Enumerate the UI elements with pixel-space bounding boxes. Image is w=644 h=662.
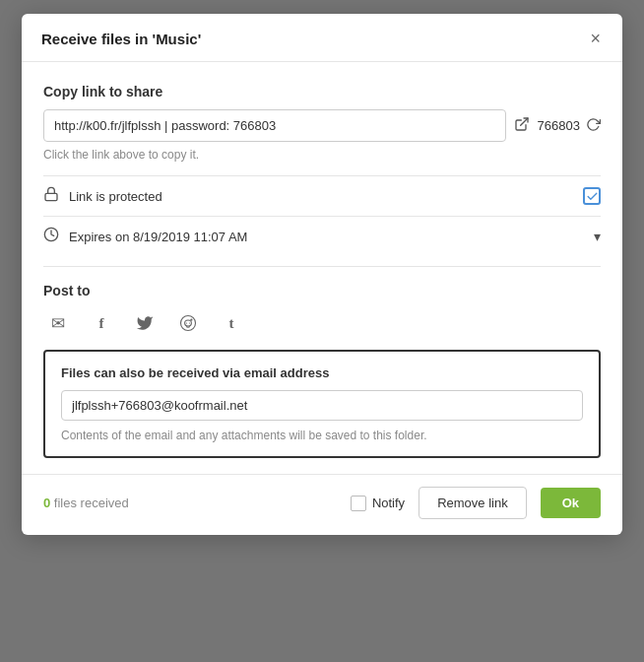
receive-files-modal: Receive files in 'Music' × Copy link to … — [22, 14, 622, 535]
twitter-icon[interactable] — [130, 308, 160, 338]
copy-link-label: Copy link to share — [43, 84, 601, 99]
expires-arrow-icon[interactable]: ▾ — [594, 229, 601, 244]
external-link-icon[interactable] — [514, 116, 530, 136]
link-row: 766803 — [43, 109, 601, 142]
modal-header: Receive files in 'Music' × — [22, 14, 622, 62]
tumblr-icon[interactable]: t — [217, 308, 246, 338]
refresh-icon[interactable] — [586, 117, 601, 135]
facebook-icon[interactable]: f — [87, 308, 116, 338]
svg-rect-1 — [45, 193, 57, 200]
email-address-input[interactable] — [61, 390, 583, 421]
svg-point-3 — [181, 316, 196, 331]
reddit-icon[interactable] — [173, 308, 203, 338]
svg-point-5 — [186, 322, 187, 323]
password-display: 766803 — [538, 117, 601, 135]
link-protected-label: Link is protected — [69, 189, 583, 204]
svg-point-4 — [190, 319, 192, 321]
divider — [43, 266, 601, 267]
ok-button[interactable]: Ok — [541, 488, 601, 518]
files-received-label: files received — [54, 496, 129, 510]
modal-title: Receive files in 'Music' — [41, 31, 201, 47]
lock-icon — [43, 186, 59, 206]
email-box-title: Files can also be received via email add… — [61, 365, 583, 380]
clock-icon — [43, 227, 59, 246]
notify-checkbox[interactable] — [351, 496, 366, 511]
svg-line-0 — [520, 118, 527, 125]
post-to-section: Post to ✉ f — [43, 277, 601, 350]
link-hint: Click the link above to copy it. — [43, 148, 601, 162]
expires-label: Expires on 8/19/2019 11:07 AM — [69, 230, 594, 244]
svg-point-6 — [189, 322, 190, 323]
email-social-icon[interactable]: ✉ — [43, 308, 73, 338]
email-hint: Contents of the email and any attachment… — [61, 429, 583, 442]
post-to-label: Post to — [43, 283, 601, 298]
modal-footer: 0 files received Notify Remove link Ok — [22, 474, 622, 535]
notify-row: Notify — [351, 496, 405, 511]
files-received: 0 files received — [43, 496, 337, 510]
link-protected-row: Link is protected — [43, 175, 601, 216]
password-value: 766803 — [538, 118, 580, 133]
expires-row: Expires on 8/19/2019 11:07 AM ▾ — [43, 216, 601, 256]
notify-label: Notify — [372, 496, 405, 510]
files-count: 0 — [43, 496, 50, 510]
close-button[interactable]: × — [588, 30, 603, 47]
social-icons-row: ✉ f — [43, 308, 601, 338]
modal-body: Copy link to share 766803 — [22, 62, 622, 458]
link-protected-checkbox[interactable] — [583, 187, 601, 205]
remove-link-button[interactable]: Remove link — [419, 487, 527, 519]
email-receive-box: Files can also be received via email add… — [43, 350, 601, 458]
link-input[interactable] — [43, 109, 506, 142]
